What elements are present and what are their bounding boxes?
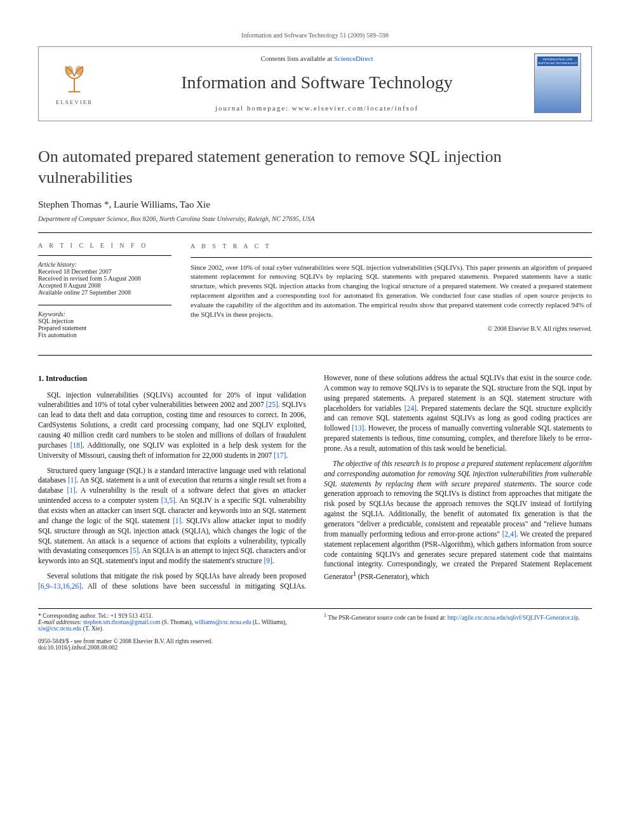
authors-line: Stephen Thomas *, Laurie Williams, Tao X… (38, 199, 592, 210)
ref-link-18[interactable]: [18] (70, 441, 83, 449)
p4-text-b: The source code generation approach to r… (324, 480, 592, 538)
ref-link-25[interactable]: [25] (266, 401, 278, 408)
body-two-columns: 1. Introduction SQL injection vulnerabil… (38, 373, 592, 592)
history-accepted: Accepted 8 August 2008 (38, 282, 171, 289)
abstract-sub-rule (191, 257, 592, 258)
history-received: Received 18 December 2007 (38, 268, 171, 275)
history-revised: Received in revised form 5 August 2008 (38, 275, 171, 282)
ref-link-24[interactable]: [24] (405, 404, 417, 412)
homepage-url: www.elsevier.com/locate/infsof (292, 104, 419, 112)
keywords-label: Keywords: (38, 310, 171, 317)
ref-link-3-5[interactable]: [3,5] (161, 497, 175, 504)
email-addresses-line: E-mail addresses: stephen.sm.thomas@gmai… (38, 619, 306, 632)
footnotes-right: 1 The PSR-Generator source code can be f… (324, 613, 592, 651)
header-center: Contents lists available at ScienceDirec… (111, 55, 523, 112)
ref-link-9[interactable]: [9] (264, 557, 272, 564)
history-label: Article history: (38, 261, 171, 268)
email-label: E-mail addresses: (38, 619, 82, 625)
footnote-1-tail: . (579, 615, 580, 621)
p3-text-a: Several solutions that mitigate the risk… (47, 572, 306, 580)
footnote-1-link[interactable]: http://agile.csc.ncsu.edu/sqlivf/SQLIVF-… (448, 615, 579, 621)
ref-link-multi[interactable]: [6,9–13,16,26] (38, 582, 81, 590)
abstract-heading: A B S T R A C T (191, 242, 592, 251)
ref-link-5[interactable]: [5] (130, 547, 138, 554)
journal-cover-thumbnail: INFORMATION AND SOFTWARE TECHNOLOGY (534, 53, 581, 113)
corresponding-author-note: * Corresponding author. Tel.: +1 919 513… (38, 613, 306, 619)
cover-title-text: INFORMATION AND SOFTWARE TECHNOLOGY (537, 57, 578, 66)
ref-link-1b[interactable]: [1] (67, 486, 75, 494)
publisher-logo-cell: ELSEVIER (49, 61, 100, 105)
contents-available-line: Contents lists available at ScienceDirec… (111, 55, 523, 62)
contents-prefix: Contents lists available at (260, 55, 333, 62)
elsevier-tree-icon (57, 61, 92, 97)
abstract-copyright: © 2008 Elsevier B.V. All rights reserved… (191, 324, 592, 333)
keywords-block: Keywords: SQL injection Prepared stateme… (38, 310, 171, 338)
email-williams[interactable]: williams@csc.ncsu.edu (194, 619, 251, 625)
abstract-column: A B S T R A C T Since 2002, over 10% of … (191, 242, 592, 347)
running-head: Information and Software Technology 51 (… (38, 32, 592, 39)
info-abstract-row: A R T I C L E I N F O Article history: R… (38, 233, 592, 356)
journal-homepage-line: journal homepage: www.elsevier.com/locat… (111, 104, 523, 112)
p3-text-d: . However, the process of manually conve… (324, 424, 592, 452)
svg-point-1 (66, 65, 73, 75)
article-info-heading: A R T I C L E I N F O (38, 242, 171, 249)
footnote-1-text: The PSR-Generator source code can be fou… (326, 615, 448, 621)
ref-link-13[interactable]: [13] (352, 424, 364, 432)
article-title: On automated prepared statement generati… (38, 147, 592, 188)
email-xie[interactable]: xie@csc.ncsu.edu (38, 625, 81, 632)
homepage-prefix: journal homepage: (215, 104, 292, 112)
journal-header-box: ELSEVIER Contents lists available at Sci… (38, 46, 592, 121)
ref-link-1c[interactable]: [1] (173, 517, 181, 524)
info-sub-rule (38, 255, 171, 256)
ref-link-17[interactable]: [17] (274, 451, 286, 459)
email-thomas-aff: (S. Thomas), (160, 619, 194, 625)
history-online: Available online 27 September 2008 (38, 289, 171, 296)
front-matter-line: 0950-5849/$ - see front matter © 2008 El… (38, 638, 306, 644)
intro-paragraph-4: The objective of this research is to pro… (324, 459, 592, 582)
footnotes-row: * Corresponding author. Tel.: +1 919 513… (38, 608, 592, 651)
ref-link-2-4[interactable]: [2,4] (502, 530, 516, 538)
intro-paragraph-2: Structured query language (SQL) is a sta… (38, 466, 306, 567)
svg-point-2 (76, 65, 83, 75)
intro-paragraph-1: SQL injection vulnerabilities (SQLIVs) a… (38, 390, 306, 461)
abstract-text: Since 2002, over 10% of total cyber vuln… (191, 263, 592, 319)
p1-text-d: . (286, 451, 288, 459)
footnote-1: 1 The PSR-Generator source code can be f… (324, 613, 592, 621)
doi-line: doi:10.1016/j.infsof.2008.08.002 (38, 644, 306, 651)
sciencedirect-link[interactable]: ScienceDirect (334, 55, 373, 62)
affiliation-line: Department of Computer Science, Box 8206… (38, 215, 592, 222)
email-williams-aff: (L. Williams), (251, 619, 287, 625)
email-thomas[interactable]: stephen.sm.thomas@gmail.com (82, 619, 161, 625)
journal-name: Information and Software Technology (111, 72, 523, 93)
keyword-2: Prepared statement (38, 324, 171, 331)
history-block: Article history: Received 18 December 20… (38, 261, 171, 296)
section-1-heading: 1. Introduction (38, 373, 306, 384)
keyword-3: Fix automation (38, 331, 171, 338)
publisher-name: ELSEVIER (56, 99, 93, 105)
article-info-column: A R T I C L E I N F O Article history: R… (38, 242, 171, 347)
ref-link-1a[interactable]: [1] (68, 476, 76, 484)
info-kw-rule (38, 305, 171, 305)
footnotes-left: * Corresponding author. Tel.: +1 919 513… (38, 613, 306, 651)
page-container: Information and Software Technology 51 (… (0, 0, 630, 676)
email-xie-aff: (T. Xie). (81, 625, 104, 632)
p4-text-d: (PSR-Generator), which (356, 573, 429, 580)
keyword-1: SQL injection (38, 317, 171, 324)
p2-text-g: . (272, 557, 274, 564)
